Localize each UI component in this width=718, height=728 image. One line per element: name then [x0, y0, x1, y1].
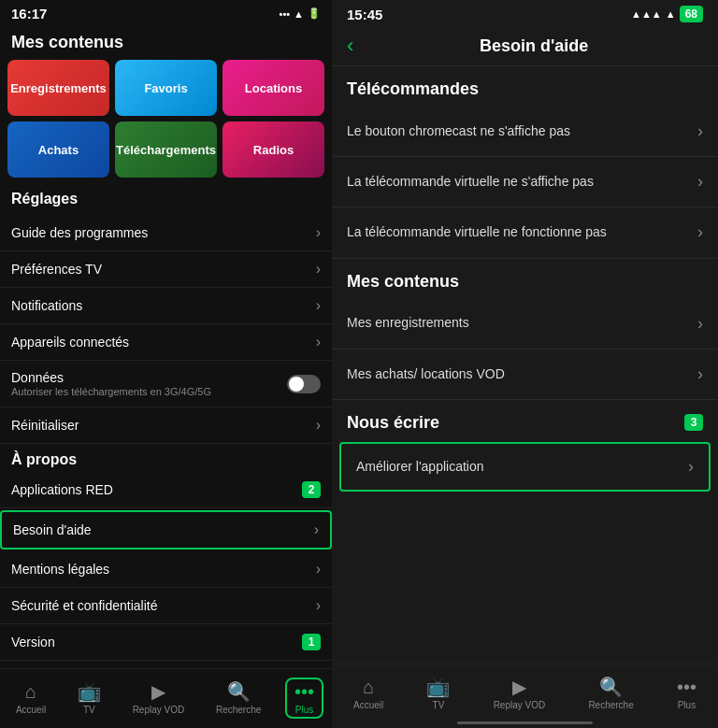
- nav-replay-left[interactable]: ▶ Replay VOD: [125, 677, 193, 719]
- menu-item-reinitialiser[interactable]: Réinitialiser ›: [0, 407, 332, 444]
- nav-accueil-left[interactable]: ⌂ Accueil: [8, 678, 53, 719]
- chevron-icon: ›: [316, 261, 321, 278]
- signal-bars-icon: ▲▲▲: [631, 8, 662, 20]
- chevron-icon: ›: [697, 312, 703, 335]
- menu-item-virtuelle-fonctionne[interactable]: La télécommande virtuelle ne fonctionne …: [332, 207, 718, 258]
- menu-item-version[interactable]: Version 1: [0, 624, 332, 661]
- section-title-telecommandes: Télécommandes: [332, 66, 718, 107]
- nav-plus-left[interactable]: ••• Plus: [285, 678, 323, 719]
- menu-item-donnees: Données Autoriser les téléchargements en…: [0, 361, 332, 407]
- menu-item-virtuelle-affiche[interactable]: La télécommande virtuelle ne s'affiche p…: [332, 157, 718, 207]
- tile-radios[interactable]: Radios: [223, 121, 324, 178]
- nous-ecrire-badge: 3: [684, 414, 703, 431]
- right-panel: 15:45 ▲▲▲ ▲ 68 ‹ Besoin d'aide Télécomma…: [332, 0, 718, 728]
- nav-accueil-right[interactable]: ⌂ Accueil: [346, 673, 391, 714]
- menu-item-notifications[interactable]: Notifications ›: [0, 288, 332, 324]
- more-icon-right: •••: [677, 677, 696, 698]
- tile-enregistrements-label: Enregistrements: [10, 81, 107, 95]
- status-icons-right: ▲▲▲ ▲ 68: [631, 6, 703, 22]
- tile-favoris[interactable]: Favoris: [115, 60, 217, 116]
- tile-enregistrements[interactable]: Enregistrements: [7, 60, 109, 116]
- nous-ecrire-row: Nous écrire 3: [332, 400, 718, 440]
- chevron-icon: ›: [688, 457, 694, 477]
- menu-item-securite-label: Sécurité et confidentialité: [11, 598, 157, 613]
- menu-item-mentions-label: Mentions légales: [11, 562, 109, 577]
- nav-recherche-right[interactable]: 🔍 Recherche: [581, 672, 640, 714]
- menu-item-besoin-aide-label: Besoin d'aide: [13, 522, 92, 537]
- menu-item-virtuelle-fonctionne-label: La télécommande virtuelle ne fonctionne …: [347, 223, 607, 242]
- status-bar-left: 16:17 ••• ▲ 🔋: [0, 0, 332, 25]
- tile-telechargements-label: Téléchargements: [116, 143, 216, 157]
- home-icon: ⌂: [25, 681, 36, 703]
- left-panel: 16:17 ••• ▲ 🔋 Mes contenus Enregistremen…: [0, 0, 332, 728]
- menu-item-appareils[interactable]: Appareils connectés ›: [0, 324, 332, 361]
- menu-item-mes-achats[interactable]: Mes achats/ locations VOD ›: [332, 350, 718, 400]
- mes-contenus-title: Mes contenus: [0, 25, 332, 60]
- applications-red-badge: 2: [302, 481, 321, 498]
- tile-achats[interactable]: Achats: [7, 121, 109, 178]
- nav-replay-right[interactable]: ▶ Replay VOD: [486, 672, 553, 714]
- menu-item-besoin-aide[interactable]: Besoin d'aide ›: [0, 510, 332, 550]
- menu-item-mes-enregistrements[interactable]: Mes enregistrements ›: [332, 299, 718, 350]
- nav-recherche-label: Recherche: [216, 705, 261, 715]
- right-header: ‹ Besoin d'aide: [332, 26, 718, 66]
- menu-item-ameliorer[interactable]: Améliorer l'application ›: [339, 442, 711, 492]
- menu-item-securite[interactable]: Sécurité et confidentialité ›: [0, 588, 332, 624]
- replay-icon: ▶: [151, 680, 165, 703]
- content-tiles-grid: Enregistrements Favoris Locations Achats…: [0, 60, 332, 185]
- menu-item-guide[interactable]: Guide des programmes ›: [0, 215, 332, 251]
- wifi-icon: ▲: [294, 8, 304, 20]
- tile-radios-label: Radios: [253, 143, 294, 157]
- nav-tv-left[interactable]: 📺 TV: [70, 677, 108, 719]
- donnees-container: Données Autoriser les téléchargements en…: [11, 370, 211, 397]
- menu-item-preferences[interactable]: Préférences TV ›: [0, 251, 332, 288]
- nav-replay-right-label: Replay VOD: [494, 700, 546, 710]
- nav-replay-label: Replay VOD: [133, 705, 185, 715]
- chevron-icon: ›: [697, 170, 703, 193]
- menu-item-appareils-label: Appareils connectés: [11, 335, 129, 350]
- replay-icon-right: ▶: [512, 676, 526, 698]
- bottom-nav-left: ⌂ Accueil 📺 TV ▶ Replay VOD 🔍 Recherche …: [0, 668, 332, 722]
- tile-locations[interactable]: Locations: [223, 60, 324, 116]
- battery-badge: 68: [680, 6, 703, 22]
- back-button[interactable]: ‹: [347, 34, 353, 58]
- chevron-icon: ›: [316, 297, 321, 314]
- tile-telechargements[interactable]: Téléchargements: [115, 121, 217, 178]
- tv-icon: 📺: [78, 680, 101, 703]
- chevron-icon: ›: [316, 224, 321, 241]
- nav-tv-right-label: TV: [433, 700, 445, 710]
- status-bar-right: 15:45 ▲▲▲ ▲ 68: [332, 0, 718, 26]
- menu-item-notifications-label: Notifications: [11, 298, 82, 313]
- home-icon-right: ⌂: [363, 677, 374, 698]
- nav-accueil-right-label: Accueil: [353, 700, 383, 710]
- nav-recherche-left[interactable]: 🔍 Recherche: [208, 677, 268, 719]
- menu-item-chromecast-label: Le bouton chromecast ne s'affiche pas: [347, 122, 570, 141]
- nav-plus-label: Plus: [295, 705, 313, 715]
- nav-plus-right[interactable]: ••• Plus: [669, 673, 704, 714]
- chevron-icon: ›: [316, 417, 321, 434]
- menu-item-mentions[interactable]: Mentions légales ›: [0, 551, 332, 588]
- wifi-icon-right: ▲: [666, 8, 676, 20]
- donnees-toggle[interactable]: [287, 375, 321, 393]
- menu-item-chromecast[interactable]: Le bouton chromecast ne s'affiche pas ›: [332, 107, 718, 157]
- search-icon-right: 🔍: [599, 676, 623, 698]
- nav-tv-label: TV: [83, 705, 95, 715]
- nav-tv-right[interactable]: 📺 TV: [419, 672, 457, 714]
- menu-item-applications-red[interactable]: Applications RED 2: [0, 472, 332, 508]
- status-icons-left: ••• ▲ 🔋: [280, 7, 321, 20]
- more-icon: •••: [294, 681, 314, 703]
- signal-icon: •••: [280, 8, 291, 20]
- tile-locations-label: Locations: [245, 81, 302, 95]
- chevron-icon: ›: [697, 120, 703, 143]
- chevron-icon: ›: [314, 521, 319, 538]
- bottom-nav-right: ⌂ Accueil 📺 TV ▶ Replay VOD 🔍 Recherche …: [332, 664, 718, 718]
- section-title-mes-contenus: Mes contenus: [332, 259, 718, 299]
- chevron-icon: ›: [316, 597, 321, 614]
- reglages-section: Réglages: [0, 185, 332, 215]
- battery-icon: 🔋: [308, 7, 321, 20]
- menu-item-ameliorer-label: Améliorer l'application: [356, 459, 484, 474]
- donnees-sublabel: Autoriser les téléchargements en 3G/4G/5…: [11, 386, 211, 397]
- menu-item-guide-label: Guide des programmes: [11, 225, 148, 240]
- menu-item-mes-enregistrements-label: Mes enregistrements: [347, 314, 469, 333]
- right-content: Télécommandes Le bouton chromecast ne s'…: [332, 66, 718, 664]
